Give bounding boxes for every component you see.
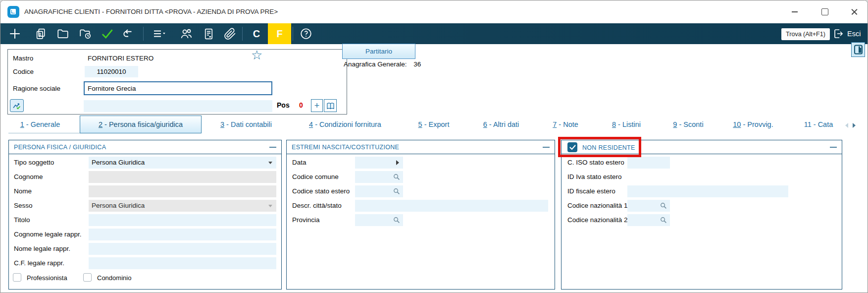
codice-stato-estero-field[interactable]	[355, 185, 403, 197]
app-logo-icon	[7, 6, 19, 18]
attachments-button[interactable]	[221, 25, 239, 43]
tab-catalogo[interactable]: 11 - Cata	[794, 120, 843, 130]
data-label: Data	[292, 157, 306, 169]
maximize-button[interactable]	[817, 4, 832, 18]
data-field[interactable]	[355, 157, 403, 169]
panel-estremi-header: ESTREMI NASCITA/COSTITUZIONE	[287, 140, 555, 154]
document-button[interactable]	[200, 25, 217, 43]
tipo-soggetto-dropdown[interactable]: Persona Giuridica	[89, 157, 276, 169]
search-icon[interactable]	[660, 202, 667, 209]
toolbar-divider	[242, 27, 243, 41]
cognome-field	[89, 171, 276, 183]
find-button[interactable]: Trova (Alt+F1)	[781, 28, 830, 40]
address-book-button[interactable]	[324, 99, 337, 112]
tab-listini[interactable]: 8 - Listini	[601, 120, 652, 130]
contacts-button[interactable]	[177, 25, 195, 43]
codice-nazionalita-2-label: Codice nazionalità 2	[567, 214, 628, 226]
panel-non-residente: NON RESIDENTE C. ISO stato estero ID Iva…	[561, 140, 842, 290]
clienti-button[interactable]: C	[248, 25, 265, 43]
help-button[interactable]	[297, 25, 315, 43]
chart-check-icon	[12, 102, 21, 110]
recent-folder-button[interactable]	[76, 25, 94, 43]
company-chart-button[interactable]	[10, 99, 24, 112]
codice-label: Codice	[13, 68, 34, 75]
fornitori-button-active[interactable]: F	[268, 23, 291, 44]
undo-button[interactable]	[119, 25, 137, 43]
minimize-button[interactable]	[787, 4, 802, 18]
anagrafica-label: Anagrafica Generale:	[344, 60, 407, 68]
extra-description-field[interactable]	[84, 100, 272, 112]
tab-export[interactable]: 5 - Export	[408, 120, 460, 130]
titolo-field[interactable]	[89, 214, 276, 226]
add-position-button[interactable]: +	[311, 99, 323, 112]
folder-icon	[56, 27, 69, 40]
anagrafica-value: 36	[413, 60, 421, 68]
main-toolbar: C F Trova (Alt+F1) Esci	[0, 23, 868, 44]
search-icon[interactable]	[660, 217, 667, 224]
tab-provvig[interactable]: 10 - Provvig.	[722, 120, 784, 130]
record-header-box: Mastro FORNITORI ESTERO ☆ Codice 1102001…	[7, 49, 347, 115]
copy-record-button[interactable]	[32, 25, 50, 43]
side-panel-toggle-button[interactable]	[851, 42, 865, 57]
exit-button[interactable]: Esci	[832, 27, 861, 40]
collapse-panel-icon[interactable]	[543, 147, 550, 148]
tab-condizioni-fornitura[interactable]: 4 - Condizioni fornitura	[296, 120, 394, 130]
favorite-star-icon[interactable]: ☆	[251, 48, 262, 63]
non-residente-title[interactable]: NON RESIDENTE	[582, 144, 635, 151]
copy-icon	[35, 28, 47, 40]
people-icon	[180, 27, 193, 41]
nome-legale-rappr-label: Nome legale rappr.	[14, 243, 70, 255]
tab-sconti[interactable]: 9 - Sconti	[663, 120, 714, 130]
close-button[interactable]	[847, 4, 862, 18]
c-iso-stato-estero-field[interactable]	[627, 157, 670, 169]
codice-field[interactable]: 11020010	[85, 66, 138, 77]
tab-altri-dati[interactable]: 6 - Altri dati	[471, 120, 531, 130]
titolo-label: Titolo	[14, 214, 30, 226]
paperclip-icon	[224, 28, 236, 40]
tab-persona-fisica-giuridica[interactable]: 2 - Persona fisica/giuridica	[80, 116, 202, 133]
id-fiscale-estero-field[interactable]	[627, 185, 788, 197]
folder-history-icon	[79, 27, 92, 40]
collapse-panel-icon[interactable]	[830, 147, 837, 148]
search-icon[interactable]	[393, 217, 400, 224]
confirm-button[interactable]	[98, 25, 116, 43]
panel-persona-title: PERSONA FISICA / GIURIDICA	[14, 144, 106, 151]
date-picker-icon[interactable]	[396, 160, 399, 165]
id-iva-stato-estero-label: ID Iva stato estero	[567, 171, 622, 183]
cognome-label: Cognome	[14, 171, 43, 183]
codice-stato-estero-label: Codice stato estero	[292, 185, 350, 197]
condominio-checkbox[interactable]	[83, 273, 92, 282]
sesso-label: Sesso	[14, 200, 33, 212]
tab-generale[interactable]: 1 - Generale	[7, 120, 73, 130]
codice-comune-field[interactable]	[355, 171, 403, 183]
search-icon[interactable]	[393, 188, 400, 195]
sesso-dropdown: Persona Giuridica	[89, 200, 276, 212]
cf-legale-rappr-field[interactable]	[89, 257, 276, 269]
new-record-button[interactable]	[6, 25, 24, 43]
ragione-sociale-input[interactable]	[84, 81, 272, 95]
tab-scroll-right-icon[interactable]	[853, 123, 856, 128]
tab-dati-contabili[interactable]: 3 - Dati contabili	[208, 120, 284, 130]
tab-scroll-left-icon[interactable]	[845, 123, 848, 128]
provincia-field[interactable]	[355, 214, 403, 226]
cognome-legale-rappr-field[interactable]	[89, 229, 276, 240]
id-fiscale-estero-label: ID fiscale estero	[567, 185, 615, 197]
collapse-panel-icon[interactable]	[269, 147, 276, 148]
partitario-button[interactable]: Partitario	[342, 44, 415, 59]
menu-button[interactable]	[150, 25, 168, 43]
search-icon[interactable]	[393, 174, 400, 180]
non-residente-checkbox[interactable]	[567, 142, 577, 152]
tab-note[interactable]: 7 - Note	[543, 120, 588, 130]
codice-nazionalita-2-field[interactable]	[627, 214, 670, 226]
pos-label: Pos	[277, 101, 290, 109]
clienti-letter: C	[253, 28, 260, 40]
undo-icon	[122, 27, 135, 40]
descr-citta-stato-field[interactable]	[355, 200, 548, 212]
chevron-down-icon	[268, 205, 272, 207]
nome-legale-rappr-field[interactable]	[89, 243, 276, 255]
codice-nazionalita-1-field[interactable]	[627, 200, 670, 212]
toolbar-divider	[143, 27, 144, 41]
open-folder-button[interactable]	[54, 25, 72, 43]
professionista-checkbox[interactable]	[13, 273, 21, 282]
help-icon	[300, 27, 312, 40]
